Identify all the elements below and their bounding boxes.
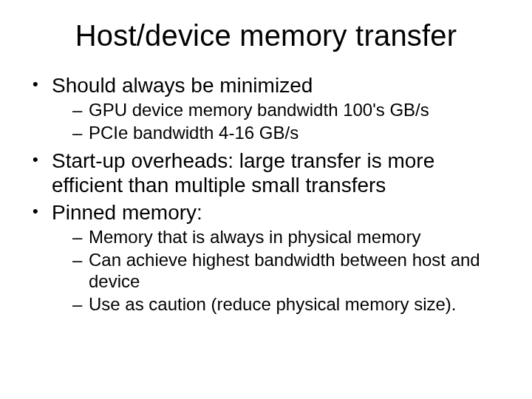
sub-item: Can achieve highest bandwidth between ho…	[72, 249, 510, 293]
bullet-item: Start-up overheads: large transfer is mo…	[33, 149, 510, 197]
bullet-item: Pinned memory: Memory that is always in …	[33, 200, 510, 316]
bullet-item: Should always be minimized GPU device me…	[33, 73, 510, 144]
sub-item: GPU device memory bandwidth 100's GB/s	[72, 99, 510, 120]
bullet-list: Should always be minimized GPU device me…	[22, 73, 510, 316]
sub-item: PCIe bandwidth 4-16 GB/s	[72, 122, 510, 143]
sub-list: Memory that is always in physical memory…	[52, 226, 510, 316]
slide-title: Host/device memory transfer	[22, 19, 510, 52]
slide: Host/device memory transfer Should alway…	[0, 0, 532, 399]
bullet-text: Should always be minimized	[52, 74, 313, 97]
bullet-text: Pinned memory:	[52, 201, 202, 224]
bullet-text: Start-up overheads: large transfer is mo…	[52, 149, 434, 197]
sub-item: Use as caution (reduce physical memory s…	[72, 293, 510, 315]
sub-list: GPU device memory bandwidth 100's GB/s P…	[52, 99, 510, 144]
sub-item: Memory that is always in physical memory	[72, 226, 510, 248]
